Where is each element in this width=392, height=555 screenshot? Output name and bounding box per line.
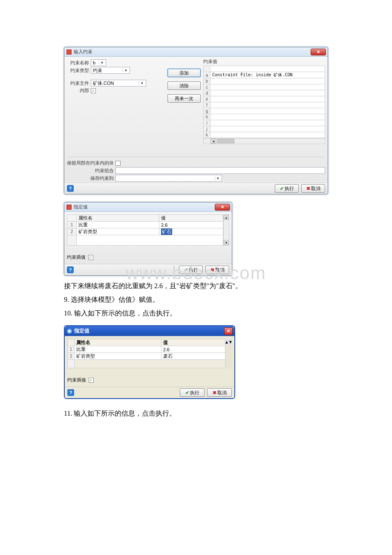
constraint-interpolate-checkbox[interactable]: ✓	[89, 378, 94, 383]
add-button[interactable]: 添加	[167, 69, 201, 77]
right-panel: 约束值 aConstraint File: inside 矿体.CON b c …	[203, 58, 325, 144]
col-val: 值	[159, 215, 223, 222]
table-row: 1 比重 2.6	[68, 346, 225, 353]
check-icon: ✔	[185, 390, 189, 396]
dialog-title: 输入约束	[74, 49, 92, 55]
selected-cell: 矿石	[161, 228, 172, 235]
chevron-down-icon: ▼	[139, 81, 145, 85]
chevron-down-icon: ▼	[215, 176, 221, 180]
body-text-2: 11. 输入如下所示的信息，点击执行。	[64, 407, 328, 420]
value-grid[interactable]: 属性名 值 1 比重 2.6 2 矿岩类型 废石	[67, 339, 225, 368]
scroll-up-icon[interactable]: ▴	[225, 339, 228, 345]
clear-button[interactable]: 清除	[167, 81, 201, 90]
svg-point-5	[68, 330, 71, 332]
table-row[interactable]	[210, 102, 325, 108]
constraint-name-label: 约束名称	[67, 60, 89, 66]
x-icon: ✖	[306, 186, 310, 191]
watermark: www.bdocx.com	[64, 263, 328, 283]
cancel-button[interactable]: ✖取消	[207, 388, 232, 397]
x-icon: ✖	[213, 390, 216, 396]
svg-rect-3	[67, 205, 71, 209]
combo-input[interactable]	[115, 167, 325, 174]
constraint-dialog: 输入约束 ✕ 约束名称 b▼ 约束类型 约束▼	[64, 47, 328, 194]
dialog-body: 属性名 值 1 比重 2.6 2 矿岩类型 矿石 ▴ ▾	[64, 212, 232, 264]
table-row[interactable]	[210, 114, 325, 120]
table-row[interactable]	[210, 90, 325, 96]
table-row[interactable]	[210, 120, 325, 126]
execute-button[interactable]: ✔执行	[180, 388, 205, 397]
table-row[interactable]: Constraint File: inside 矿体.CON	[210, 72, 325, 78]
constraint-interpolate-label: 约束插值	[67, 377, 86, 383]
scroll-down-icon[interactable]: ▾	[229, 339, 232, 345]
left-panel: 约束名称 b▼ 约束类型 约束▼ 约束文件 矿体.CON▼	[67, 58, 165, 95]
dialog-body: 约束名称 b▼ 约束类型 约束▼ 约束文件 矿体.CON▼	[64, 57, 328, 182]
combo-label: 约束组合	[67, 168, 114, 174]
constraint-value-label: 约束值	[203, 58, 325, 65]
close-button[interactable]: ✕	[215, 204, 230, 211]
constraint-file-label: 约束文件	[67, 80, 89, 87]
bottom-form: 保留局部在约束内的块 约束组合 保存约束到 ▼	[67, 157, 325, 182]
scroll-thumb[interactable]	[217, 139, 234, 143]
help-icon[interactable]: ?	[67, 389, 74, 396]
chevron-down-icon: ▼	[99, 61, 105, 65]
table-row[interactable]	[210, 132, 325, 138]
save-to-label: 保存约束到	[67, 175, 114, 182]
constraint-type-label: 约束类型	[67, 67, 89, 74]
chevron-down-icon: ▼	[123, 69, 129, 72]
statusbar: ? ✔执行 ✖取消	[65, 387, 234, 398]
again-button[interactable]: 再来一次	[167, 94, 201, 103]
titlebar[interactable]: 指定值 ✕	[64, 202, 232, 212]
constraint-name-select[interactable]: b▼	[91, 59, 106, 66]
titlebar[interactable]: 输入约束 ✕	[64, 47, 328, 57]
mid-buttons: 添加 清除 再来一次	[167, 58, 201, 103]
save-to-select[interactable]: ▼	[115, 175, 222, 182]
dialog-body: 属性名 值 1 比重 2.6 2 矿岩类型 废石 ▴ ▾	[65, 336, 234, 387]
constraint-interpolate-label: 约束插值	[67, 254, 86, 260]
inside-checkbox[interactable]: ✓	[91, 88, 96, 93]
paragraph: 9. 选择块体模型》估值》赋值。	[64, 293, 328, 306]
check-icon: ✔	[280, 186, 284, 191]
close-button[interactable]: ✕	[224, 327, 233, 335]
app-icon	[66, 328, 72, 334]
value-grid[interactable]: 属性名 值 1 比重 2.6 2 矿岩类型 矿石	[67, 214, 223, 246]
table-row[interactable]	[210, 108, 325, 114]
app-icon	[66, 49, 72, 55]
paragraph: 11. 输入如下所示的信息，点击执行。	[64, 407, 328, 420]
titlebar[interactable]: 指定值 ✕	[65, 326, 234, 336]
statusbar: ? ✔执行 ✖取消	[64, 182, 328, 194]
app-icon	[66, 204, 72, 210]
table-row[interactable]	[210, 126, 325, 132]
col-val: 值	[161, 339, 225, 346]
paragraph: 10. 输入如下所示的信息，点击执行。	[64, 306, 328, 320]
svg-rect-1	[67, 50, 71, 54]
table-row: 1 比重 2.6	[67, 222, 223, 228]
col-attr: 属性名	[75, 339, 161, 346]
body-text: 接下来继续将废石的比重赋为 2.6，且"岩矿类型"为"废石"。 9. 选择块体模…	[64, 279, 328, 320]
table-row: 2 矿岩类型 矿石	[67, 228, 223, 235]
col-attr: 属性名	[77, 215, 159, 222]
table-row: 2 矿岩类型 废石	[68, 353, 225, 360]
constraint-value-grid[interactable]: aConstraint File: inside 矿体.CON b c d e …	[203, 66, 325, 138]
table-row[interactable]	[210, 78, 325, 84]
keep-partial-checkbox[interactable]	[115, 161, 121, 166]
help-icon[interactable]: ?	[67, 185, 74, 192]
keep-partial-label: 保留局部在约束内的块	[67, 160, 114, 166]
vertical-scrollbar[interactable]: ▴ ▾	[223, 214, 229, 246]
dialog-title: 指定值	[74, 204, 88, 210]
cancel-button[interactable]: ✖取消	[301, 184, 325, 193]
horizontal-scrollbar[interactable]: ◂	[203, 138, 325, 144]
close-button[interactable]: ✕	[311, 49, 326, 55]
inside-label: 内部	[67, 87, 89, 94]
table-row[interactable]	[210, 96, 325, 102]
table-row[interactable]	[210, 84, 325, 90]
execute-button[interactable]: ✔执行	[275, 184, 299, 193]
scroll-down-icon[interactable]: ▾	[224, 240, 229, 245]
dialog-title: 指定值	[74, 327, 89, 335]
scroll-left-icon[interactable]: ◂	[210, 139, 216, 144]
constraint-interpolate-checkbox[interactable]: ✓	[88, 255, 93, 260]
assign-value-dialog-xp: 指定值 ✕ 属性名 值 1 比重 2.6 2 矿岩类型 废石	[64, 325, 235, 399]
scroll-up-icon[interactable]: ▴	[224, 215, 229, 220]
constraint-type-select[interactable]: 约束▼	[91, 67, 130, 74]
vertical-scrollbar[interactable]: ▴ ▾	[225, 339, 232, 368]
constraint-file-select[interactable]: 矿体.CON▼	[91, 80, 146, 87]
